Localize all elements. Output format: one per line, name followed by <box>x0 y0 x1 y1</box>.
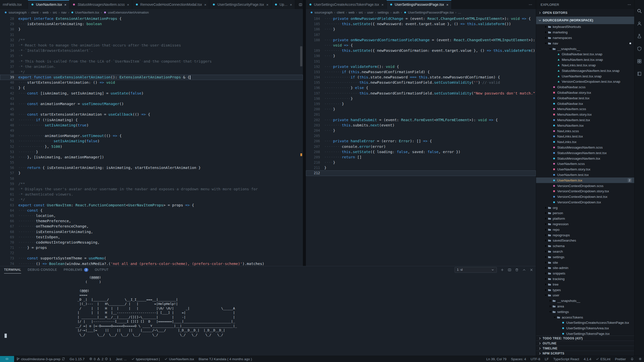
panel-tab-debug-console[interactable]: DEBUG CONSOLE <box>28 266 57 273</box>
status-typescriptreact[interactable]: typescriptreact | <box>129 356 162 362</box>
close-panel-icon[interactable] <box>530 268 533 272</box>
more-actions-icon[interactable] <box>529 3 532 7</box>
breadcrumb-src[interactable]: src <box>359 11 363 14</box>
breadcrumb-settings[interactable]: settings <box>378 11 389 14</box>
close-icon[interactable]: × <box>266 3 269 7</box>
tab-removecodehostconnectionmodal-tsx[interactable]: RemoveCodeHostConnectionModal.tsx× <box>132 0 210 9</box>
maximize-panel-icon[interactable] <box>522 268 526 272</box>
tree-folder-site[interactable]: site <box>536 260 634 265</box>
split-editor-icon[interactable] <box>299 3 302 7</box>
breadcrumb-sourcegraph[interactable]: sourcegraph <box>310 11 333 14</box>
status-jest[interactable]: Jest: ... <box>113 356 129 362</box>
tree-folder-repo[interactable]: repo <box>536 227 634 232</box>
tree-file-versioncontextdropdown-story-tsx[interactable]: VersionContextDropdown.story.tsx <box>536 189 634 194</box>
status-cloud-milestone-3-qa-prep[interactable]: cloud/milestone-3-qa-prep <box>14 356 67 362</box>
tree-file-menunavitem-test-tsx-snap[interactable]: MenuNavItem.test.tsx.snap <box>536 57 634 63</box>
tree-file-globalnavbar-test-tsx-snap[interactable]: GlobalNavbar.test.tsx.snap <box>536 52 634 57</box>
tree-folder-area[interactable]: area <box>536 304 634 309</box>
tree-file-globalnavbar-tsx[interactable]: GlobalNavbar.tsx <box>536 101 634 106</box>
status-eslint[interactable]: ESLint <box>593 356 613 362</box>
kill-terminal-icon[interactable] <box>515 268 519 272</box>
breadcrumb-usernavitem-tsx[interactable]: UserNavItem.tsx <box>71 11 99 14</box>
activity-search-button[interactable] <box>634 5 644 17</box>
tree-file-menunavitem-test-tsx[interactable]: MenuNavItem.test.tsx <box>536 117 634 123</box>
scrollbar-thumb[interactable] <box>300 46 302 66</box>
tree-file-versioncontextdropdown-scss[interactable]: VersionContextDropdown.scss <box>536 183 634 189</box>
tab-up[interactable]: Up…× <box>271 0 295 9</box>
tree-folder-person[interactable]: person <box>536 210 634 216</box>
tree-file-usersettingstokenspage-tsx[interactable]: UserSettingsTokensPage.tsx <box>536 331 634 336</box>
section-outline[interactable]: OUTLINE <box>536 341 634 346</box>
tree-file-versioncontextdropdown-test-tsx[interactable]: VersionContextDropdown.test.tsx <box>536 194 634 200</box>
status-lf[interactable]: LF <box>543 356 551 362</box>
tree-folder-snapshots[interactable]: __snapshots__ <box>536 298 634 304</box>
breadcrumb-user[interactable]: user <box>367 11 373 14</box>
tree-folder-tree[interactable]: tree <box>536 282 634 287</box>
tree-file-usernavitem-tsx[interactable]: UserNavItem.tsx2 <box>536 177 634 183</box>
tree-folder-settings[interactable]: settings <box>536 254 634 260</box>
tree-folder-search[interactable]: search <box>536 249 634 254</box>
section-workspace[interactable]: SOURCEGRAPH (WORKSPACE) <box>536 17 634 24</box>
breadcrumb-useextensionalertanimation[interactable]: useExtensionAlertAnimation <box>103 11 149 14</box>
breadcrumb-web[interactable]: web <box>348 11 354 14</box>
tree-file-statusmessagesnavitem-tsx[interactable]: StatusMessagesNavItem.tsx <box>536 156 634 161</box>
tab-usernavitem-tsx[interactable]: UserNavItem.tsx× <box>28 0 69 9</box>
tree-folder-snippets[interactable]: snippets <box>536 271 634 276</box>
tree-file-statusmessagesnavitem-test-tsx[interactable]: StatusMessagesNavItem.test.tsx <box>536 150 634 156</box>
close-icon[interactable]: × <box>204 3 207 7</box>
breadcrumb-src[interactable]: src <box>53 11 57 14</box>
tree-file-globalnavbar-story-tsx[interactable]: GlobalNavbar.story.tsx <box>536 90 634 96</box>
tree-file-usersettingstokensarea-tsx[interactable]: UserSettingsTokensArea.tsx <box>536 326 634 331</box>
close-icon[interactable]: × <box>446 3 449 7</box>
new-terminal-icon[interactable] <box>500 268 504 272</box>
activity-flask-button[interactable] <box>634 30 644 42</box>
tree-file-usernavitem-test-tsx[interactable]: UserNavItem.test.tsx <box>536 172 634 178</box>
breadcrumb-client[interactable]: client <box>337 11 344 14</box>
more-actions-icon[interactable] <box>627 3 631 7</box>
status-go-1-15-7[interactable]: Go 1.15.7 <box>67 356 87 362</box>
tree-file-menunavitem-story-tsx[interactable]: MenuNavItem.story.tsx <box>536 112 634 117</box>
breadcrumb-web[interactable]: web <box>43 11 49 14</box>
terminal-body[interactable]: (@@@@) ( ) (@@@) ==== _D _| |_______/ \_… <box>0 273 536 356</box>
tree-file-globalnavbar-test-tsx[interactable]: GlobalNavbar.test.tsx <box>536 95 634 101</box>
panel-tab-terminal[interactable]: TERMINAL <box>4 266 21 274</box>
status-4-1-4[interactable]: 4.1.4 <box>581 356 593 362</box>
tree-folder-org[interactable]: org <box>536 205 634 210</box>
tab-usersettingspasswordpage-tsx[interactable]: UserSettingsPasswordPage.tsx× <box>387 0 452 9</box>
tree-folder-settings[interactable]: settings <box>536 309 634 314</box>
activity-account-button[interactable] <box>634 17 644 30</box>
activity-book-button[interactable] <box>634 67 644 80</box>
close-icon[interactable]: × <box>290 3 292 7</box>
tree-file-navlinks-tsx[interactable]: NavLinks.tsx <box>536 139 634 145</box>
problems-status[interactable]: 021 <box>87 356 113 362</box>
breadcrumb-item[interactable]: … <box>458 11 461 14</box>
tree-file-navlinks-test-tsx[interactable]: NavLinks.test.tsx <box>536 134 634 139</box>
tree-folder-snapshots[interactable]: __snapshots__ <box>536 46 634 52</box>
breadcrumb-client[interactable]: client <box>31 11 38 14</box>
tab-statusmessagesnavitem-scss[interactable]: StatusMessagesNavItem.scss× <box>69 0 132 9</box>
tree-file-navlinks-test-tsx-snap[interactable]: NavLinks.test.tsx.snap <box>536 63 634 68</box>
activity-ext-button[interactable] <box>634 55 644 67</box>
tree-folder-user[interactable]: user <box>536 293 634 298</box>
tree-file-usernavitem-test-tsx-snap[interactable]: UserNavItem.test.tsx.snap <box>536 73 634 79</box>
editor-left[interactable]: 28export·interface·ExtensionAlertAnimati… <box>0 16 303 266</box>
tree-file-usernavitem-scss[interactable]: UserNavItem.scss <box>536 161 634 167</box>
status-typescript-react[interactable]: TypeScript React <box>551 356 581 362</box>
shell-selector[interactable]: 1: sl <box>455 267 497 273</box>
section-todo-tree-todos-437[interactable]: TODO TREE: TODOS (437) <box>536 336 634 341</box>
tree-file-statusmessagesnavitem-scss[interactable]: StatusMessagesNavItem.scss <box>536 145 634 150</box>
tree-file-menunavitem-tsx[interactable]: MenuNavItem.tsx <box>536 123 634 128</box>
tab-rmfields-tsx[interactable]: rmFields.tsx <box>0 0 28 9</box>
section-open-editors[interactable]: OPEN EDITORS <box>536 9 634 17</box>
remote-indicator[interactable] <box>0 356 14 362</box>
close-icon[interactable]: × <box>127 3 129 7</box>
tree-folder-platform[interactable]: platform <box>536 216 634 221</box>
panel-tab-output[interactable]: OUTPUT <box>95 266 109 273</box>
activity-shield-button[interactable] <box>634 42 644 55</box>
tree-folder-marketing[interactable]: marketing <box>536 30 634 35</box>
tree-folder-regression[interactable]: regression <box>536 221 634 227</box>
tree-folder-accesstokens[interactable]: accessTokens <box>536 314 634 320</box>
tree-folder-savedsearches[interactable]: savedSearches <box>536 238 634 243</box>
tree-folder-keyboardshortcuts[interactable]: keyboardShortcuts <box>536 24 634 30</box>
status-utf-8[interactable]: UTF-8 <box>528 356 542 362</box>
